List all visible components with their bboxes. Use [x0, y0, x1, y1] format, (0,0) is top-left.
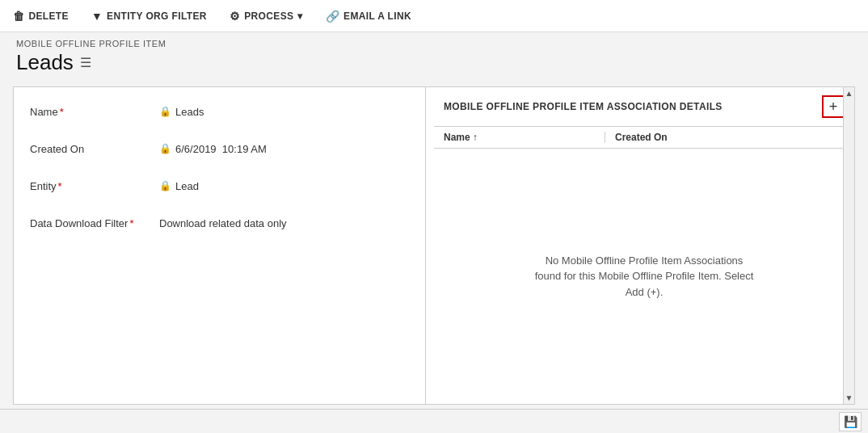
form-row-name: Name* 🔒 Leads [30, 100, 409, 123]
lock-icon-entity: 🔒 [159, 180, 171, 191]
assoc-col-created-header: Created On [605, 132, 845, 143]
required-star-filter: * [129, 217, 133, 229]
toolbar: 🗑 DELETE ▼ ENTITY ORG FILTER ⚙ PROCESS ▾… [0, 0, 868, 32]
assoc-empty-text: No Mobile Offline Profile Item Associati… [531, 253, 757, 301]
form-row-created-on: Created On 🔒 6/6/2019 10:19 AM [30, 137, 409, 160]
save-icon: 💾 [844, 415, 857, 428]
scroll-down-arrow[interactable]: ▼ [844, 392, 855, 404]
assoc-col-name-sort-icon: ↑ [473, 132, 478, 143]
email-link-button[interactable]: 🔗 EMAIL A LINK [322, 6, 415, 26]
page-title-row: Leads ☰ [16, 50, 852, 75]
required-star-name: * [60, 106, 64, 118]
delete-icon: 🗑 [13, 10, 24, 23]
field-value-entity: Lead [175, 180, 199, 192]
bottom-bar: 💾 [0, 409, 868, 433]
assoc-col-name-header: Name ↑ [444, 132, 605, 143]
form-value-entity: 🔒 Lead [159, 180, 409, 192]
entity-org-filter-button[interactable]: ▼ ENTITY ORG FILTER [88, 6, 210, 26]
scroll-up-arrow[interactable]: ▲ [844, 87, 855, 99]
filter-icon: ▼ [91, 10, 103, 23]
assoc-empty: No Mobile Offline Profile Item Associati… [434, 149, 854, 404]
field-value-name: Leads [175, 106, 204, 118]
form-label-entity: Entity* [30, 180, 159, 192]
form-value-created-on: 🔒 6/6/2019 10:19 AM [159, 143, 409, 155]
content-panels: Name* 🔒 Leads Created On 🔒 6/6/2019 10:1… [13, 86, 855, 405]
delete-label: DELETE [28, 11, 69, 22]
lock-icon-created-on: 🔒 [159, 143, 171, 154]
process-icon: ⚙ [230, 10, 240, 23]
email-link-label: EMAIL A LINK [343, 11, 411, 22]
page-header: MOBILE OFFLINE PROFILE ITEM Leads ☰ [0, 32, 868, 80]
page-subtitle: MOBILE OFFLINE PROFILE ITEM [16, 39, 852, 48]
main-content: Name* 🔒 Leads Created On 🔒 6/6/2019 10:1… [0, 80, 868, 411]
form-label-created-on: Created On [30, 143, 159, 155]
form-label-data-download-filter: Data Download Filter* [30, 217, 159, 229]
email-icon: 🔗 [326, 10, 339, 23]
page-menu-icon[interactable]: ☰ [80, 55, 91, 70]
right-panel: MOBILE OFFLINE PROFILE ITEM ASSOCIATION … [434, 87, 854, 404]
page-title: Leads [16, 50, 74, 75]
add-association-button[interactable]: + [822, 95, 845, 118]
assoc-col-name-label: Name [444, 132, 470, 143]
left-panel: Name* 🔒 Leads Created On 🔒 6/6/2019 10:1… [14, 87, 426, 404]
assoc-table-header: Name ↑ Created On [434, 127, 854, 149]
process-label: PROCESS [244, 11, 293, 22]
assoc-col-created-label: Created On [615, 132, 668, 143]
form-row-entity: Entity* 🔒 Lead [30, 174, 409, 197]
form-row-data-download-filter: Data Download Filter* Download related d… [30, 212, 409, 234]
assoc-title: MOBILE OFFLINE PROFILE ITEM ASSOCIATION … [444, 101, 723, 112]
delete-button[interactable]: 🗑 DELETE [10, 6, 72, 26]
field-value-created-on: 6/6/2019 10:19 AM [175, 143, 267, 155]
form-value-name: 🔒 Leads [159, 106, 409, 118]
form-label-name: Name* [30, 106, 159, 118]
required-star-entity: * [58, 180, 62, 192]
field-value-data-download-filter: Download related data only [159, 217, 287, 229]
lock-icon-name: 🔒 [159, 106, 171, 117]
process-button[interactable]: ⚙ PROCESS ▾ [226, 6, 306, 26]
process-dropdown-arrow: ▾ [297, 11, 302, 22]
save-button[interactable]: 💾 [839, 412, 862, 431]
entity-org-filter-label: ENTITY ORG FILTER [107, 11, 207, 22]
form-value-data-download-filter: Download related data only [159, 217, 409, 229]
assoc-header: MOBILE OFFLINE PROFILE ITEM ASSOCIATION … [434, 87, 854, 127]
scrollbar[interactable]: ▲ ▼ [843, 87, 854, 404]
